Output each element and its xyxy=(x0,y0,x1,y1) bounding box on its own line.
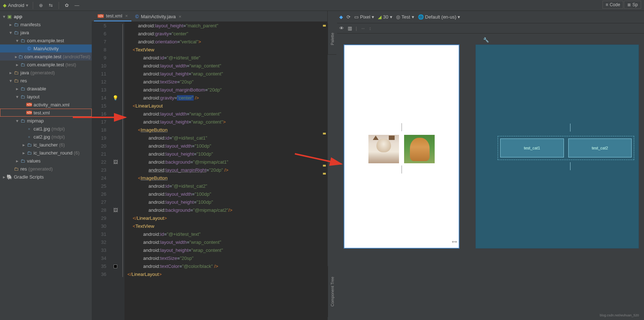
surface-select-icon[interactable]: ◆ xyxy=(339,14,343,20)
view-mode-code[interactable]: ≡Code xyxy=(602,1,624,9)
tree-node-java-generated[interactable]: ▸🗀java (generated) xyxy=(0,69,92,77)
android-logo-icon: ◆ xyxy=(3,3,7,8)
design-surface[interactable]: ⤡ xyxy=(344,44,459,249)
code-editor[interactable]: 5678910111213141516171819202122232425262… xyxy=(92,22,327,320)
tree-node-cat2[interactable]: ▫cat2.jpg (mdpi) xyxy=(0,133,92,141)
orientation-icon[interactable]: ⟳ xyxy=(347,14,351,20)
theme-picker[interactable]: ◎ Test ▾ xyxy=(396,14,414,20)
line-number-gutter: 5678910111213141516171819202122232425262… xyxy=(92,22,109,320)
tab-mainactivity[interactable]: ©MainActivity.java× xyxy=(131,11,185,22)
tree-node-layout[interactable]: ▾🗀layout xyxy=(0,93,92,101)
blueprint-imagebutton-2[interactable]: test_cat2 xyxy=(568,138,632,157)
locale-picker[interactable]: 🌐 Default (en-us) ▾ xyxy=(418,14,461,20)
close-icon[interactable]: × xyxy=(179,14,182,19)
layout-designer: ≡Code ≣Sp ◆ ⟳ ▭ Pixel ▾ ◢ 30 ▾ ◎ Test ▾ … xyxy=(327,11,644,320)
blueprint-surface[interactable]: test_cat1 test_cat2 xyxy=(475,44,639,249)
target-icon[interactable]: ⊕ xyxy=(39,3,43,8)
project-view-selector[interactable]: Android xyxy=(8,3,24,8)
pan-left-icon[interactable]: ↔ xyxy=(360,26,365,31)
blueprint-linearlayout[interactable]: test_cat1 test_cat2 xyxy=(498,136,634,160)
editor-tabs: </>test.xml× ©MainActivity.java× xyxy=(92,11,327,22)
designer-toolbar-2: 👁 ▥ | ↔ ↕ xyxy=(337,23,644,34)
watermark: blog.csdn.net/wuhuan_520 xyxy=(600,313,639,317)
api-picker[interactable]: ◢ 30 ▾ xyxy=(378,14,392,20)
blueprint-toggle-icon[interactable]: ▥ xyxy=(348,26,352,31)
collapse-icon[interactable]: — xyxy=(75,3,79,8)
tree-node-values[interactable]: ▸🗀values xyxy=(0,157,92,165)
tab-test-xml[interactable]: </>test.xml× xyxy=(94,11,131,22)
tree-node-pkg-main[interactable]: ▾🗀com.example.test xyxy=(0,36,92,44)
tree-node-res[interactable]: ▾🗀res xyxy=(0,77,92,85)
preview-imagebutton-cat2[interactable] xyxy=(404,135,435,163)
tree-node-mainactivity[interactable]: ©MainActivity xyxy=(0,44,92,52)
pan-up-icon[interactable]: ↕ xyxy=(369,26,371,31)
gutter-icon-column: 💡🖼🖼 xyxy=(109,22,122,320)
tree-node-mipmap[interactable]: ▾🗀mipmap xyxy=(0,117,92,125)
resize-handle-icon[interactable]: ⤡ xyxy=(450,237,459,246)
wrench-icon[interactable]: 🔧 xyxy=(483,37,489,43)
tree-node-test-xml[interactable]: </>test.xml xyxy=(0,109,92,117)
tree-node-gradle[interactable]: ▸🐘Gradle Scripts xyxy=(0,173,92,181)
error-stripe[interactable] xyxy=(322,22,326,320)
device-picker[interactable]: ▭ Pixel ▾ xyxy=(354,14,374,20)
view-mode-split[interactable]: ≣Sp xyxy=(624,1,641,9)
scroll-from-source-icon[interactable]: ⇆ xyxy=(49,3,53,8)
tree-node-manifests[interactable]: ▸🗀manifests xyxy=(0,20,92,28)
project-tool-window[interactable]: ▾▣app ▸🗀manifests ▾🗀java ▾🗀com.example.t… xyxy=(0,11,92,320)
tree-node-pkg-unittest[interactable]: ▸🗀com.example.test (test) xyxy=(0,61,92,69)
fold-bar[interactable] xyxy=(122,22,125,320)
tree-node-app[interactable]: ▾▣app xyxy=(0,12,92,20)
tree-node-res-generated[interactable]: 🗀res (generated) xyxy=(0,165,92,173)
gear-icon[interactable]: ✿ xyxy=(65,3,69,8)
view-options-icon[interactable]: 👁 xyxy=(339,26,344,31)
designer-toolbar: ◆ ⟳ ▭ Pixel ▾ ◢ 30 ▾ ◎ Test ▾ 🌐 Default … xyxy=(337,11,644,23)
close-icon[interactable]: × xyxy=(125,13,128,19)
tree-node-java[interactable]: ▾🗀java xyxy=(0,28,92,36)
tree-node-pkg-androidtest[interactable]: ▸🗀com.example.test (androidTest) xyxy=(0,52,92,61)
blueprint-imagebutton-1[interactable]: test_cat1 xyxy=(500,138,564,157)
preview-imagebutton-cat1[interactable] xyxy=(368,135,399,163)
tree-node-ic-launcher-round[interactable]: ▸🗀ic_launcher_round (6) xyxy=(0,149,92,157)
main-toolbar: ◆ Android ▾ ⊕ ⇆ ✿ — xyxy=(0,0,644,11)
tree-node-cat1[interactable]: ▫cat1.jpg (mdpi) xyxy=(0,125,92,133)
chevron-down-icon: ▾ xyxy=(26,3,28,8)
tree-node-activity-main[interactable]: </>activity_main.xml xyxy=(0,101,92,109)
tree-node-drawable[interactable]: ▸🗀drawable xyxy=(0,85,92,93)
tree-node-ic-launcher[interactable]: ▸🗀ic_launcher (6) xyxy=(0,141,92,149)
